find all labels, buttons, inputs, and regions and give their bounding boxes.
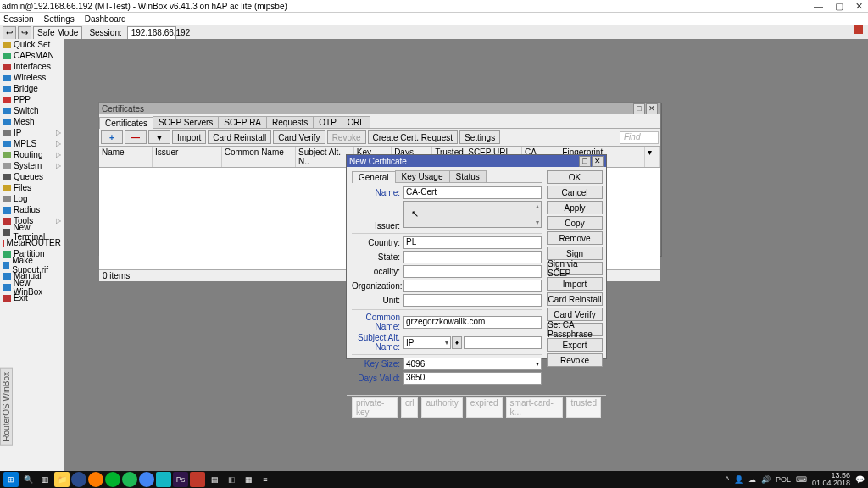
session-ip-field[interactable]: 192.168.66.192 <box>127 26 176 40</box>
menu-bar: Session Settings Dashboard <box>0 13 868 25</box>
minimize-button[interactable]: — <box>814 1 823 12</box>
app-title: admin@192.168.66.192 (MT-Test) - WinBox … <box>2 2 287 11</box>
safe-mode-button[interactable]: Safe Mode <box>33 26 82 40</box>
close-button[interactable]: ✕ <box>855 1 863 12</box>
menu-settings[interactable]: Settings <box>44 14 75 24</box>
maximize-button[interactable]: ▢ <box>835 1 843 12</box>
app-title-bar: admin@192.168.66.192 (MT-Test) - WinBox … <box>0 0 868 13</box>
workspace: Quick SetCAPsMANInterfacesWirelessBridge… <box>0 39 868 41</box>
sidebar-item-label: Quick Set <box>14 40 50 41</box>
back-button[interactable]: ↩ <box>3 26 16 40</box>
sidebar: Quick SetCAPsMANInterfacesWirelessBridge… <box>0 39 64 41</box>
menu-dashboard[interactable]: Dashboard <box>85 14 126 24</box>
hide-passwords-icon[interactable] <box>854 25 863 34</box>
menu-session[interactable]: Session <box>3 14 34 24</box>
sidebar-item-quick-set[interactable]: Quick Set <box>0 39 64 41</box>
session-label: Session: <box>89 28 121 37</box>
forward-button[interactable]: ↪ <box>18 26 31 40</box>
window-controls: — ▢ ✕ <box>814 1 866 12</box>
